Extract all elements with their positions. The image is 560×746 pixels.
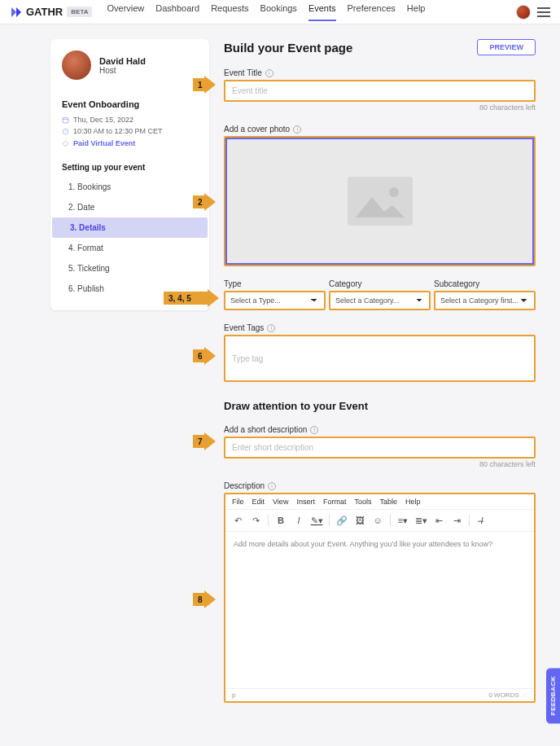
editor-toolbar: ↶ ↷ B I ✎▾ 🔗 🖼 ☺ ≡▾ ≣▾ ⇤ ⇥ I̶	[225, 510, 534, 532]
event-title-input[interactable]	[224, 80, 536, 102]
short-desc-label: Add a short description	[224, 425, 307, 434]
number-list-icon[interactable]: ≣▾	[413, 513, 428, 528]
menu-edit[interactable]: Edit	[252, 498, 265, 506]
logo[interactable]: GATHR BETA	[10, 6, 92, 19]
diamond-icon	[62, 140, 69, 147]
step-ticketing[interactable]: 5. Ticketing	[50, 258, 209, 279]
nav-events[interactable]: Events	[308, 3, 336, 21]
calendar-icon	[62, 116, 69, 124]
redo-icon[interactable]: ↷	[248, 513, 263, 528]
short-desc-input[interactable]	[224, 437, 536, 459]
info-icon[interactable]: i	[267, 324, 275, 332]
info-icon[interactable]: i	[293, 125, 301, 134]
callout-345: 3, 4, 5	[164, 292, 208, 305]
char-limit: 80 characters left	[224, 103, 536, 112]
callout-7: 7	[193, 435, 204, 448]
attention-heading: Draw attention to your Event	[224, 400, 536, 412]
profile-avatar-icon	[62, 50, 91, 80]
menu-insert[interactable]: Insert	[296, 498, 315, 506]
editor-textarea[interactable]: Add more details about your Event. Anyth…	[225, 532, 534, 688]
menu-help[interactable]: Help	[405, 498, 421, 506]
svg-rect-3	[348, 177, 413, 226]
undo-icon[interactable]: ↶	[230, 513, 245, 528]
menu-tools[interactable]: Tools	[354, 498, 371, 506]
profile-role: Host	[99, 66, 146, 75]
info-icon[interactable]: i	[310, 426, 318, 434]
desc-label: Description	[224, 481, 265, 490]
image-icon[interactable]: 🖼	[352, 513, 367, 528]
clear-format-icon[interactable]: I̶	[475, 513, 489, 528]
profile-block: David Hald Host	[50, 50, 209, 91]
page-title: Build your Event page	[224, 41, 352, 55]
step-bookings[interactable]: 1. Bookings	[50, 177, 209, 197]
nav-help[interactable]: Help	[407, 3, 426, 21]
nav-bookings[interactable]: Bookings	[260, 3, 297, 21]
cover-photo-upload[interactable]	[224, 136, 536, 266]
sidebar: David Hald Host Event Onboarding Thu, De…	[50, 39, 209, 310]
event-time: 10:30 AM to 12:30 PM CET	[50, 125, 209, 137]
menu-file[interactable]: File	[232, 498, 244, 506]
logo-icon	[10, 6, 23, 19]
steps-title: Setting up your event	[50, 150, 209, 177]
char-limit-2: 80 characters left	[224, 460, 536, 468]
editor-menubar: File Edit View Insert Format Tools Table…	[225, 494, 534, 510]
event-date: Thu, Dec 15, 2022	[50, 114, 209, 125]
subcategory-label: Subcategory	[434, 279, 536, 288]
image-placeholder-icon	[343, 173, 417, 230]
menu-icon[interactable]	[537, 7, 550, 17]
callout-2: 2	[193, 195, 204, 208]
step-format[interactable]: 4. Format	[50, 238, 209, 258]
resize-handle-icon[interactable]: ⋰	[521, 691, 527, 699]
preview-button[interactable]: PREVIEW	[477, 39, 536, 55]
profile-name: David Hald	[99, 56, 146, 66]
tags-input[interactable]	[224, 335, 536, 382]
nav-preferences[interactable]: Preferences	[348, 3, 396, 21]
editor-path: p	[232, 691, 235, 699]
callout-1: 1	[193, 78, 204, 91]
user-avatar-icon[interactable]	[516, 5, 531, 20]
nav-dashboard[interactable]: Dashboard	[155, 3, 199, 21]
outdent-icon[interactable]: ⇤	[431, 513, 446, 528]
main-nav: Overview Dashboard Requests Bookings Eve…	[107, 3, 425, 21]
word-count: 0 WORDS	[488, 691, 518, 699]
emoji-icon[interactable]: ☺	[370, 513, 385, 528]
type-label: Type	[224, 279, 326, 288]
step-date[interactable]: 2. Date	[50, 197, 209, 217]
category-label: Category	[329, 279, 431, 288]
step-details[interactable]: 3. Details	[52, 217, 208, 238]
svg-rect-0	[63, 117, 68, 122]
feedback-tab[interactable]: FEEDBACK	[546, 668, 560, 723]
menu-table[interactable]: Table	[379, 498, 397, 506]
bullet-list-icon[interactable]: ≡▾	[396, 513, 410, 528]
nav-overview[interactable]: Overview	[107, 3, 144, 21]
onboarding-title: Event Onboarding	[50, 91, 209, 114]
link-icon[interactable]: 🔗	[335, 513, 349, 528]
top-nav: GATHR BETA Overview Dashboard Requests B…	[0, 0, 560, 24]
bold-icon[interactable]: B	[273, 513, 288, 528]
italic-icon[interactable]: I	[291, 513, 306, 528]
event-title-label: Event Title	[224, 68, 262, 77]
svg-point-4	[389, 187, 399, 197]
brand-name: GATHR	[26, 6, 63, 18]
category-select[interactable]: Select a Category...	[329, 291, 431, 310]
menu-view[interactable]: View	[273, 498, 288, 506]
info-icon[interactable]: i	[268, 482, 276, 490]
menu-format[interactable]: Format	[323, 498, 347, 506]
main-form: Build your Event page PREVIEW Event Titl…	[224, 39, 536, 703]
cover-label: Add a cover photo	[224, 125, 290, 134]
text-color-icon[interactable]: ✎▾	[309, 513, 324, 528]
callout-6: 6	[193, 349, 204, 362]
subcategory-select[interactable]: Select a Category first...	[434, 291, 536, 310]
tags-label: Event Tags	[224, 323, 264, 332]
rich-text-editor: File Edit View Insert Format Tools Table…	[224, 493, 536, 703]
nav-requests[interactable]: Requests	[211, 3, 248, 21]
callout-8: 8	[193, 593, 204, 606]
indent-icon[interactable]: ⇥	[449, 513, 464, 528]
beta-badge: BETA	[67, 7, 92, 17]
paid-badge: Paid Virtual Event	[50, 137, 209, 150]
clock-icon	[62, 128, 69, 135]
type-select[interactable]: Select a Type...	[224, 291, 326, 310]
info-icon[interactable]: i	[265, 69, 273, 77]
